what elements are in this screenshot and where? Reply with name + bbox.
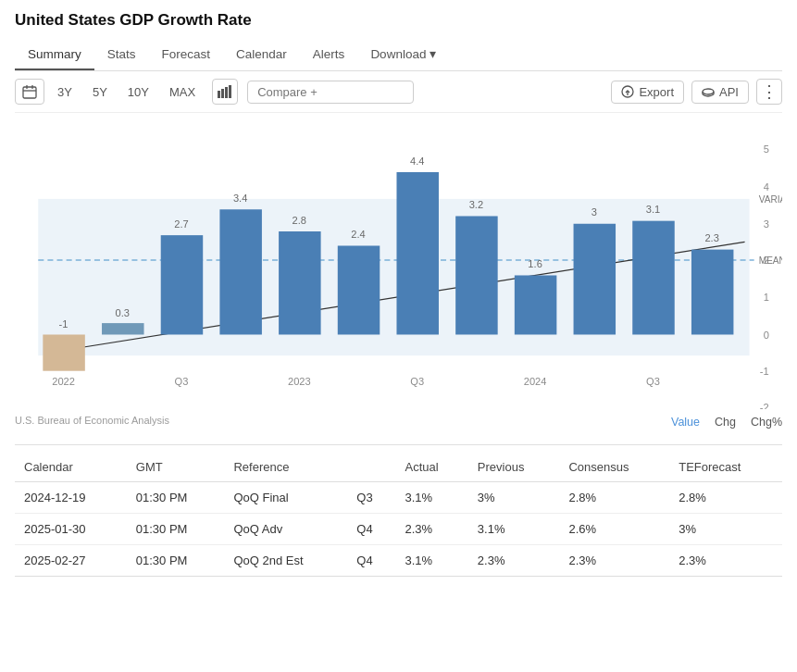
svg-rect-38	[691, 250, 733, 335]
time-5y[interactable]: 5Y	[85, 81, 115, 103]
footer-link-chgpct[interactable]: Chg%	[751, 416, 782, 429]
cell-quarter-1: Q4	[347, 514, 395, 545]
cell-teforecast-1: 3%	[669, 514, 782, 545]
cell-quarter-2: Q4	[347, 545, 395, 577]
cell-reference-1: QoQ Adv	[224, 514, 347, 545]
svg-text:2.3: 2.3	[704, 232, 718, 243]
page-title: United States GDP Growth Rate	[15, 11, 782, 30]
cell-actual-2: 3.1%	[395, 545, 467, 577]
cell-teforecast-2: 2.3%	[669, 545, 782, 577]
more-options-button[interactable]: ⋮	[756, 79, 782, 105]
cell-actual-1: 2.3%	[395, 514, 467, 545]
cell-previous-2: 2.3%	[468, 545, 560, 577]
cell-previous-0: 3%	[468, 482, 560, 514]
tab-summary[interactable]: Summary	[15, 40, 94, 70]
footer-link-chg[interactable]: Chg	[715, 416, 736, 429]
tab-alerts[interactable]: Alerts	[300, 40, 358, 70]
svg-text:2.8: 2.8	[293, 215, 306, 226]
svg-rect-34	[574, 224, 616, 335]
cell-consensus-0: 2.8%	[559, 482, 669, 514]
time-10y[interactable]: 10Y	[120, 81, 156, 103]
svg-text:3.4: 3.4	[233, 193, 247, 204]
col-calendar: Calendar	[15, 453, 127, 482]
svg-text:-1: -1	[59, 318, 68, 330]
cell-gmt-1: 01:30 PM	[127, 514, 225, 545]
svg-rect-4	[218, 91, 220, 98]
svg-rect-7	[229, 85, 231, 98]
tabs: Summary Stats Forecast Calendar Alerts D…	[15, 39, 782, 71]
svg-text:Q3: Q3	[410, 376, 424, 387]
svg-text:0: 0	[764, 330, 769, 341]
api-label: API	[719, 85, 739, 99]
cell-calendar-1: 2025-01-30	[15, 514, 127, 545]
table-row: 2025-01-30 01:30 PM QoQ Adv Q4 2.3% 3.1%…	[15, 514, 782, 545]
svg-rect-18	[102, 323, 143, 334]
col-teforecast: TEForecast	[669, 453, 782, 482]
col-actual: Actual	[395, 453, 467, 482]
cell-reference-2: QoQ 2nd Est	[224, 545, 347, 577]
col-gmt: GMT	[127, 453, 225, 482]
calendar-icon-button[interactable]	[15, 79, 44, 105]
svg-text:3.1: 3.1	[646, 204, 660, 215]
tab-forecast[interactable]: Forecast	[149, 40, 224, 70]
cell-actual-0: 3.1%	[395, 482, 467, 514]
table-row: 2025-02-27 01:30 PM QoQ 2nd Est Q4 3.1% …	[15, 545, 782, 577]
cell-reference-0: QoQ Final	[224, 482, 347, 514]
chart-type-button[interactable]	[212, 79, 238, 105]
svg-rect-6	[225, 87, 228, 98]
cell-teforecast-0: 2.8%	[669, 482, 782, 514]
svg-rect-20	[161, 235, 203, 334]
col-consensus: Consensus	[559, 453, 669, 482]
time-max[interactable]: MAX	[162, 81, 203, 103]
svg-rect-0	[23, 87, 36, 98]
svg-text:5: 5	[764, 143, 769, 155]
cell-previous-1: 3.1%	[468, 514, 560, 545]
svg-text:1: 1	[764, 292, 769, 303]
svg-text:Q3: Q3	[646, 376, 660, 387]
tab-calendar[interactable]: Calendar	[223, 40, 300, 70]
svg-rect-36	[632, 221, 674, 335]
chart-footer: U.S. Bureau of Economic Analysis Value C…	[15, 413, 782, 437]
col-quarter	[347, 453, 395, 482]
svg-rect-32	[515, 275, 556, 334]
table-header-row: Calendar GMT Reference Actual Previous C…	[15, 453, 782, 482]
svg-rect-30	[455, 216, 497, 334]
svg-text:4: 4	[764, 181, 769, 193]
toolbar: 3Y 5Y 10Y MAX Export	[15, 71, 782, 113]
separator	[15, 444, 782, 445]
svg-text:3: 3	[764, 218, 769, 230]
svg-rect-22	[219, 209, 261, 334]
cell-calendar-0: 2024-12-19	[15, 482, 127, 514]
tab-stats[interactable]: Stats	[94, 40, 149, 70]
svg-text:2022: 2022	[52, 376, 75, 387]
compare-input[interactable]	[247, 81, 414, 104]
table-row: 2024-12-19 01:30 PM QoQ Final Q3 3.1% 3%…	[15, 482, 782, 514]
chart-container: -1 0.3 2.7 3.4 2.8 2.4 4.4 3.2 1	[15, 113, 782, 409]
cell-consensus-2: 2.3%	[559, 545, 669, 577]
col-reference: Reference	[224, 453, 347, 482]
svg-point-10	[703, 89, 714, 94]
col-previous: Previous	[468, 453, 560, 482]
chart-source: U.S. Bureau of Economic Analysis	[15, 415, 169, 426]
svg-rect-5	[221, 89, 224, 98]
cell-quarter-0: Q3	[347, 482, 395, 514]
cell-calendar-2: 2025-02-27	[15, 545, 127, 577]
svg-text:2: 2	[764, 255, 769, 266]
svg-text:2024: 2024	[524, 376, 547, 387]
svg-text:VARIANCE: VARIANCE	[759, 194, 782, 205]
export-label: Export	[639, 85, 674, 99]
svg-text:4.4: 4.4	[410, 156, 424, 167]
svg-text:0.3: 0.3	[116, 307, 130, 318]
data-table: Calendar GMT Reference Actual Previous C…	[15, 453, 782, 577]
export-button[interactable]: Export	[611, 81, 684, 104]
svg-rect-16	[43, 334, 84, 370]
svg-text:MEAN: MEAN	[759, 255, 782, 266]
svg-text:2.4: 2.4	[351, 229, 365, 240]
tab-download[interactable]: Download ▾	[357, 39, 449, 70]
time-3y[interactable]: 3Y	[50, 81, 80, 103]
cell-consensus-1: 2.6%	[559, 514, 669, 545]
cell-gmt-2: 01:30 PM	[127, 545, 225, 577]
api-button[interactable]: API	[691, 81, 749, 104]
toolbar-right: Export API ⋮	[611, 79, 782, 105]
footer-link-value[interactable]: Value	[671, 416, 700, 429]
